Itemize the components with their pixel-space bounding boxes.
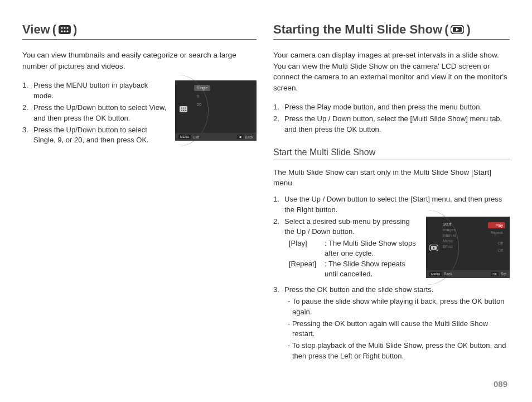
slideshow-lcd-mock: Start Images Interval Music Effect Play …: [426, 217, 510, 278]
slideshow-intro: Your camera can display images at pre-se…: [273, 50, 510, 93]
step3-sub: - Pressing the OK button again will caus…: [273, 319, 510, 340]
lcd-value: Off: [488, 240, 505, 246]
view-steps: 1.Press the MENU button in playback mode…: [22, 80, 168, 147]
exit-label: Exit: [193, 135, 199, 139]
start-steps: 1.Use the Up / Down button to select the…: [273, 194, 510, 216]
step3-sub: - To stop playback of the Multi Slide Sh…: [273, 341, 510, 362]
list-item: 3.Press the Up/Down button to select Sin…: [22, 125, 168, 146]
paren-open: (: [52, 22, 56, 37]
lcd-menu-item: Music: [443, 239, 456, 243]
step3-wrap: 3.Press the OK button and the slide show…: [273, 285, 510, 295]
heading-text: View: [22, 22, 50, 37]
menu-key: MENU: [178, 135, 191, 139]
paren-open: (: [444, 22, 448, 37]
grid-icon: [59, 25, 71, 34]
start-subheading: Start the Multi Slide Show: [273, 147, 510, 160]
svg-point-8: [181, 108, 182, 109]
lcd-value: [488, 237, 505, 239]
lcd-menu-item: 20: [194, 102, 210, 108]
svg-rect-7: [180, 106, 187, 112]
list-item: 2.Press the Up/Down button to select Vie…: [22, 103, 168, 124]
paren-close: ): [73, 22, 77, 37]
heading-text: Starting the Multi Slide Show: [273, 22, 442, 37]
back-label: Back: [245, 135, 253, 139]
list-item: 1.Press the Play mode button, and then p…: [273, 102, 510, 113]
svg-point-9: [183, 108, 184, 109]
list-item: 2.Press the Up / Down button, select the…: [273, 114, 510, 135]
def-label: [Play]: [289, 238, 321, 259]
lcd-value: Off: [488, 247, 505, 253]
lcd-value: Repeat: [488, 229, 505, 236]
view-intro: You can view thumbnails and easily categ…: [22, 50, 257, 71]
left-arrow-key: ◀: [237, 135, 243, 139]
svg-point-3: [66, 27, 68, 28]
lcd-value: Play: [488, 222, 505, 228]
svg-point-12: [183, 110, 184, 111]
lcd-menu-item: Start: [443, 222, 456, 226]
svg-point-2: [64, 27, 65, 28]
start-sub-intro: The Multi Slide Show can start only in t…: [273, 167, 510, 189]
back-label: Back: [444, 272, 452, 276]
svg-point-11: [181, 110, 182, 111]
list-item: 1.Use the Up / Down button to select the…: [273, 194, 510, 216]
list-item: 1.Press the MENU button in playback mode…: [22, 80, 168, 102]
svg-rect-0: [59, 25, 71, 34]
slideshow-heading: Starting the Multi Slide Show ( ): [273, 22, 510, 40]
page-number: 089: [494, 379, 507, 389]
def-repeat: [Repeat] : The Slide Show repeats until …: [273, 259, 418, 279]
step3-sub: - To pause the slide show while playing …: [273, 296, 510, 318]
slideshow-pre-steps: 1.Press the Play mode button, and then p…: [273, 102, 510, 135]
svg-point-10: [185, 108, 186, 109]
paren-close: ): [466, 22, 470, 37]
svg-point-1: [61, 27, 62, 28]
lcd-menu-item: Single: [194, 85, 210, 91]
lcd-menu-item: 9: [194, 93, 210, 99]
slideshow-icon: [429, 243, 438, 253]
svg-point-6: [66, 30, 68, 32]
svg-point-13: [185, 110, 186, 111]
view-heading: View ( ): [22, 22, 257, 40]
list-item: 3.Press the OK button and the slide show…: [273, 285, 510, 295]
svg-point-5: [64, 30, 65, 32]
slideshow-icon: [451, 25, 464, 34]
grid-icon: [180, 106, 187, 113]
set-label: Set: [501, 272, 506, 276]
lcd-menu-item: Effect: [443, 245, 456, 248]
view-lcd-mock: Single 9 20 MENU Exit ◀ Back: [175, 80, 257, 141]
ok-key: OK: [491, 272, 499, 276]
def-label: [Repeat]: [289, 259, 321, 279]
lcd-menu-item: Images: [443, 228, 456, 232]
lcd-menu-item: Interval: [443, 233, 456, 237]
menu-key: MENU: [429, 272, 442, 276]
svg-point-4: [61, 30, 62, 32]
